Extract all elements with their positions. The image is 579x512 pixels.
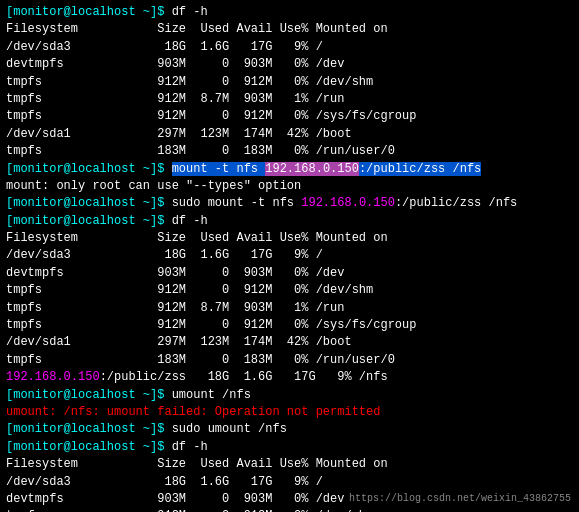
terminal-text: :/public/zss /nfs [359, 162, 481, 176]
terminal-text: mount -t nfs [172, 162, 266, 176]
terminal-line: umount: /nfs: umount failed: Operation n… [6, 404, 573, 421]
terminal-text: tmpfs 912M 0 912M 0% /dev/shm [6, 75, 373, 89]
terminal-line: Filesystem Size Used Avail Use% Mounted … [6, 456, 573, 473]
terminal-line: tmpfs 912M 8.7M 903M 1% /run [6, 300, 573, 317]
terminal-text: Filesystem Size Used Avail Use% Mounted … [6, 22, 388, 36]
terminal-text: umount: /nfs: umount failed: Operation n… [6, 405, 380, 419]
terminal-window: [monitor@localhost ~]$ df -hFilesystem S… [6, 4, 573, 508]
terminal-text: devtmpfs 903M 0 903M 0% /dev [6, 57, 344, 71]
terminal-line: tmpfs 912M 0 912M 0% /dev/shm [6, 508, 573, 512]
terminal-text: tmpfs 912M 8.7M 903M 1% /run [6, 92, 344, 106]
terminal-text: [monitor@localhost ~]$ [6, 214, 172, 228]
terminal-line: tmpfs 183M 0 183M 0% /run/user/0 [6, 143, 573, 160]
terminal-text: 192.168.0.150 [6, 370, 100, 384]
terminal-line: devtmpfs 903M 0 903M 0% /dev [6, 265, 573, 282]
terminal-text: [monitor@localhost ~]$ [6, 440, 172, 454]
terminal-text: tmpfs 912M 0 912M 0% /dev/shm [6, 283, 373, 297]
terminal-line: tmpfs 912M 0 912M 0% /dev/shm [6, 74, 573, 91]
terminal-text: /dev/sda3 18G 1.6G 17G 9% / [6, 475, 323, 489]
terminal-line: tmpfs 912M 0 912M 0% /sys/fs/cgroup [6, 317, 573, 334]
terminal-line: /dev/sda3 18G 1.6G 17G 9% / [6, 247, 573, 264]
terminal-line: tmpfs 912M 8.7M 903M 1% /run [6, 91, 573, 108]
terminal-line: tmpfs 912M 0 912M 0% /sys/fs/cgroup [6, 108, 573, 125]
watermark: https://blog.csdn.net/weixin_43862755 [349, 492, 571, 507]
terminal-text: [monitor@localhost ~]$ [6, 422, 172, 436]
terminal-text: /dev/sda3 18G 1.6G 17G 9% / [6, 248, 323, 262]
terminal-line: [monitor@localhost ~]$ mount -t nfs 192.… [6, 161, 573, 178]
terminal-text: Filesystem Size Used Avail Use% Mounted … [6, 457, 388, 471]
terminal-line: devtmpfs 903M 0 903M 0% /dev [6, 56, 573, 73]
terminal-text: [monitor@localhost ~]$ [6, 162, 172, 176]
terminal-text: /dev/sda3 18G 1.6G 17G 9% / [6, 40, 323, 54]
terminal-text: [monitor@localhost ~]$ [6, 196, 172, 210]
terminal-text: :/public/zss 18G 1.6G 17G 9% /nfs [100, 370, 388, 384]
terminal-text: :/public/zss /nfs [395, 196, 517, 210]
terminal-text: mount: only root can use "--types" optio… [6, 179, 301, 193]
terminal-text: sudo umount /nfs [172, 422, 287, 436]
terminal-line: [monitor@localhost ~]$ sudo mount -t nfs… [6, 195, 573, 212]
terminal-text: Filesystem Size Used Avail Use% Mounted … [6, 231, 388, 245]
terminal-line: mount: only root can use "--types" optio… [6, 178, 573, 195]
terminal-line: tmpfs 912M 0 912M 0% /dev/shm [6, 282, 573, 299]
terminal-content: [monitor@localhost ~]$ df -hFilesystem S… [6, 4, 573, 512]
terminal-text: tmpfs 183M 0 183M 0% /run/user/0 [6, 144, 395, 158]
terminal-line: Filesystem Size Used Avail Use% Mounted … [6, 21, 573, 38]
terminal-text: df -h [172, 5, 208, 19]
terminal-text: devtmpfs 903M 0 903M 0% /dev [6, 492, 344, 506]
terminal-text: umount /nfs [172, 388, 251, 402]
terminal-line: /dev/sda1 297M 123M 174M 42% /boot [6, 126, 573, 143]
terminal-line: /dev/sda1 297M 123M 174M 42% /boot [6, 334, 573, 351]
terminal-text: /dev/sda1 297M 123M 174M 42% /boot [6, 335, 352, 349]
terminal-text: df -h [172, 214, 208, 228]
terminal-line: tmpfs 183M 0 183M 0% /run/user/0 [6, 352, 573, 369]
terminal-line: /dev/sda3 18G 1.6G 17G 9% / [6, 474, 573, 491]
terminal-line: /dev/sda3 18G 1.6G 17G 9% / [6, 39, 573, 56]
terminal-text: tmpfs 912M 8.7M 903M 1% /run [6, 301, 344, 315]
terminal-text: 192.168.0.150 [265, 162, 359, 176]
terminal-line: [monitor@localhost ~]$ umount /nfs [6, 387, 573, 404]
terminal-text: tmpfs 183M 0 183M 0% /run/user/0 [6, 353, 395, 367]
terminal-text: /dev/sda1 297M 123M 174M 42% /boot [6, 127, 352, 141]
terminal-text: df -h [172, 440, 208, 454]
terminal-line: [monitor@localhost ~]$ df -h [6, 439, 573, 456]
terminal-line: [monitor@localhost ~]$ df -h [6, 4, 573, 21]
terminal-line: 192.168.0.150:/public/zss 18G 1.6G 17G 9… [6, 369, 573, 386]
terminal-text: tmpfs 912M 0 912M 0% /sys/fs/cgroup [6, 109, 416, 123]
terminal-text: tmpfs 912M 0 912M 0% /sys/fs/cgroup [6, 318, 416, 332]
terminal-line: [monitor@localhost ~]$ df -h [6, 213, 573, 230]
terminal-text: [monitor@localhost ~]$ [6, 5, 172, 19]
terminal-line: [monitor@localhost ~]$ sudo umount /nfs [6, 421, 573, 438]
terminal-text: [monitor@localhost ~]$ [6, 388, 172, 402]
terminal-text: devtmpfs 903M 0 903M 0% /dev [6, 266, 344, 280]
terminal-text: 192.168.0.150 [301, 196, 395, 210]
terminal-line: Filesystem Size Used Avail Use% Mounted … [6, 230, 573, 247]
terminal-text: sudo mount -t nfs [172, 196, 302, 210]
